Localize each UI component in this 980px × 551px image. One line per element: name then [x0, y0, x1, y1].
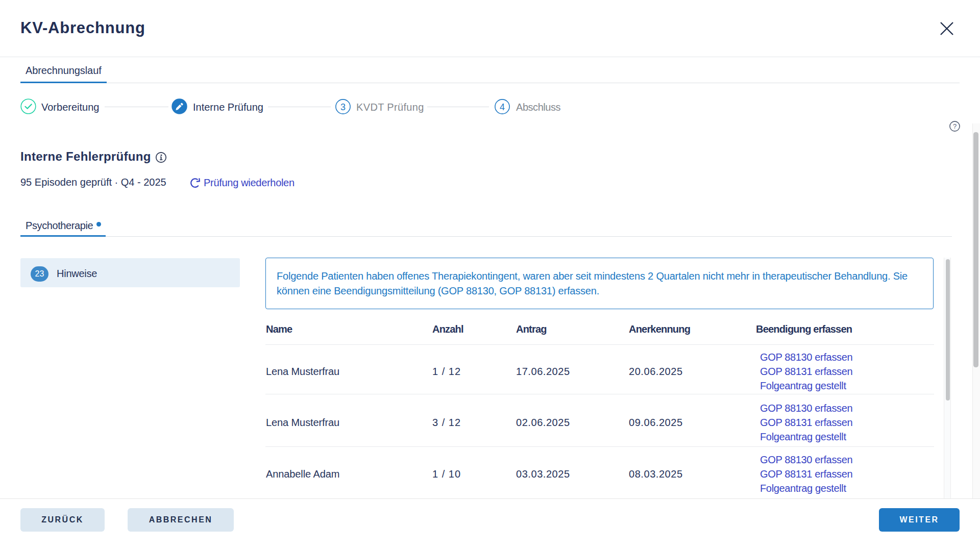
svg-text:3: 3 — [340, 102, 346, 112]
svg-text:4: 4 — [500, 102, 505, 112]
svg-text:?: ? — [953, 122, 957, 130]
